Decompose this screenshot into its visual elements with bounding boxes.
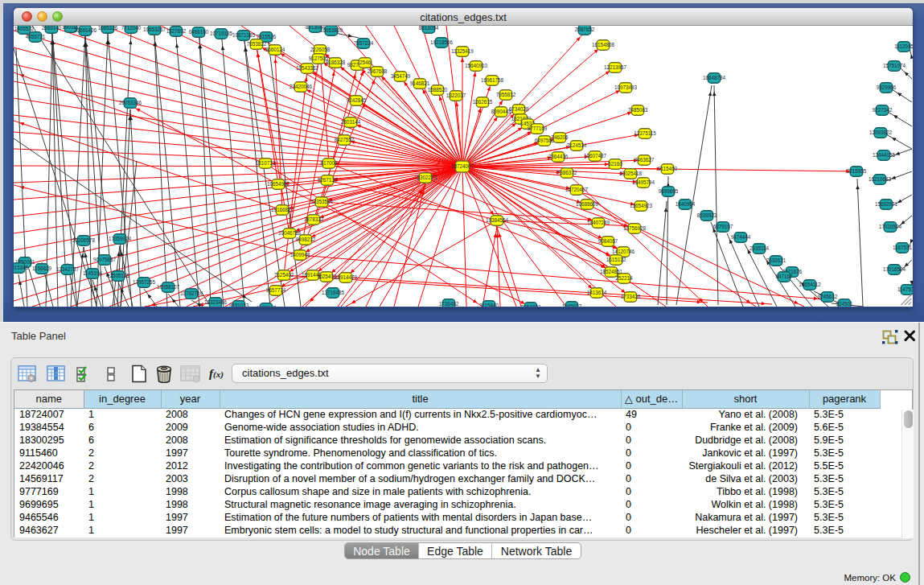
svg-text:6466160: 6466160 (189, 29, 209, 35)
svg-text:10958107: 10958107 (157, 284, 180, 290)
svg-text:1405572: 1405572 (14, 26, 35, 31)
svg-text:10025418: 10025418 (619, 171, 643, 176)
svg-text:1640954: 1640954 (676, 201, 696, 207)
svg-text:1409948: 1409948 (290, 252, 310, 257)
svg-text:1147534: 1147534 (897, 286, 913, 292)
svg-text:847167: 847167 (775, 274, 793, 279)
svg-text:12375115: 12375115 (634, 130, 656, 136)
svg-text:924501: 924501 (836, 301, 853, 307)
svg-text:9777169: 9777169 (528, 126, 548, 131)
svg-text:1362615: 1362615 (473, 99, 493, 105)
svg-text:16154808: 16154808 (592, 42, 615, 47)
svg-text:12213967: 12213967 (604, 64, 627, 70)
svg-text:1588520: 1588520 (428, 87, 448, 93)
svg-text:3915341: 3915341 (14, 265, 29, 270)
svg-text:9084067: 9084067 (598, 238, 618, 244)
svg-text:15751074: 15751074 (883, 63, 906, 68)
svg-text:19384554: 19384554 (486, 217, 509, 223)
svg-text:9115460: 9115460 (658, 166, 678, 171)
svg-text:15302273: 15302273 (414, 175, 437, 180)
svg-text:1322037: 1322037 (446, 93, 466, 98)
svg-text:16210643: 16210643 (869, 176, 892, 182)
svg-text:12093822: 12093822 (869, 130, 893, 135)
svg-text:7386372: 7386372 (557, 170, 577, 175)
svg-text:2935114: 2935114 (749, 245, 770, 251)
svg-text:1733426: 1733426 (621, 294, 641, 299)
svg-text:20206578: 20206578 (72, 237, 96, 243)
svg-text:15640910: 15640910 (465, 63, 488, 68)
svg-text:16914479: 16914479 (335, 274, 358, 280)
svg-text:16961758: 16961758 (481, 77, 504, 83)
svg-text:7485063: 7485063 (628, 107, 648, 113)
svg-text:11325419: 11325419 (451, 48, 474, 54)
svg-text:19166827: 19166827 (271, 207, 294, 212)
svg-text:19218506: 19218506 (430, 39, 454, 45)
svg-text:62160: 62160 (608, 161, 622, 167)
svg-text:6734028: 6734028 (509, 106, 529, 112)
svg-text:15692971: 15692971 (875, 201, 898, 207)
svg-text:20691406: 20691406 (74, 27, 97, 33)
svg-text:1945012: 1945012 (562, 303, 582, 307)
svg-text:9474444: 9474444 (731, 234, 751, 240)
svg-text:9699695: 9699695 (659, 188, 679, 194)
svg-text:17016504: 17016504 (879, 224, 902, 229)
svg-text:18407249: 18407249 (587, 220, 610, 225)
svg-text:8267130: 8267130 (318, 177, 338, 183)
svg-text:1736462: 1736462 (439, 301, 459, 307)
svg-text:8660124: 8660124 (265, 47, 285, 52)
svg-text:1112045: 1112045 (894, 43, 913, 49)
svg-text:7955812: 7955812 (496, 92, 516, 97)
svg-text:1156829: 1156829 (32, 266, 52, 271)
svg-text:10654112: 10654112 (799, 282, 821, 287)
svg-text:8154092: 8154092 (521, 304, 541, 307)
svg-text:1145194: 1145194 (83, 270, 103, 276)
svg-text:13495794: 13495794 (632, 179, 655, 185)
svg-text:10654982: 10654982 (267, 181, 290, 187)
svg-text:18724007: 18724007 (451, 163, 474, 169)
svg-text:16648784: 16648784 (703, 75, 726, 80)
svg-text:3124534: 3124534 (567, 142, 587, 148)
svg-text:16053809: 16053809 (320, 27, 343, 33)
svg-text:17359924: 17359924 (109, 236, 132, 241)
svg-text:1073648: 1073648 (257, 305, 277, 307)
svg-text:10543362: 10543362 (296, 65, 319, 71)
svg-text:12353594: 12353594 (310, 199, 334, 204)
svg-text:2069140: 2069140 (42, 26, 62, 31)
svg-text:8427552: 8427552 (335, 137, 355, 142)
svg-text:10719185: 10719185 (210, 31, 233, 36)
svg-text:7653822: 7653822 (247, 41, 267, 47)
svg-text:3215955: 3215955 (847, 168, 867, 174)
svg-text:3454749: 3454749 (391, 73, 411, 79)
svg-text:9329966: 9329966 (877, 84, 897, 90)
svg-text:7632621: 7632621 (766, 257, 786, 263)
svg-text:4055721: 4055721 (26, 34, 46, 39)
svg-text:1413614: 1413614 (587, 290, 607, 295)
svg-text:10782759: 10782759 (180, 290, 203, 296)
svg-text:20053346: 20053346 (119, 100, 142, 105)
svg-text:14120746: 14120746 (612, 249, 635, 254)
svg-text:9146821: 9146821 (410, 80, 430, 86)
svg-text:817004: 817004 (320, 160, 338, 166)
svg-text:12505135: 12505135 (107, 273, 130, 278)
svg-text:90975887: 90975887 (93, 257, 117, 262)
svg-text:8186328: 8186328 (326, 60, 346, 65)
svg-text:746206: 746206 (551, 134, 569, 140)
svg-text:2226058: 2226058 (310, 47, 331, 52)
svg-text:13716485: 13716485 (322, 290, 345, 295)
svg-text:1615132: 1615132 (606, 257, 626, 262)
svg-text:10973493: 10973493 (614, 84, 638, 90)
svg-text:10046788: 10046788 (278, 230, 302, 236)
svg-text:9115440: 9115440 (479, 303, 499, 307)
svg-text:7625402: 7625402 (274, 272, 294, 278)
svg-text:8939923: 8939923 (697, 212, 717, 218)
svg-text:10607487: 10607487 (584, 153, 607, 159)
svg-text:1065326: 1065326 (98, 26, 118, 31)
svg-text:12323446: 12323446 (204, 299, 228, 305)
svg-text:9498212: 9498212 (296, 237, 316, 242)
svg-text:8813054: 8813054 (419, 26, 439, 31)
svg-text:15720407: 15720407 (565, 187, 589, 192)
svg-text:10688609: 10688609 (576, 201, 599, 207)
svg-text:17016504: 17016504 (883, 266, 906, 272)
svg-text:6879197: 6879197 (713, 224, 733, 229)
svg-text:9831013: 9831013 (229, 303, 249, 307)
